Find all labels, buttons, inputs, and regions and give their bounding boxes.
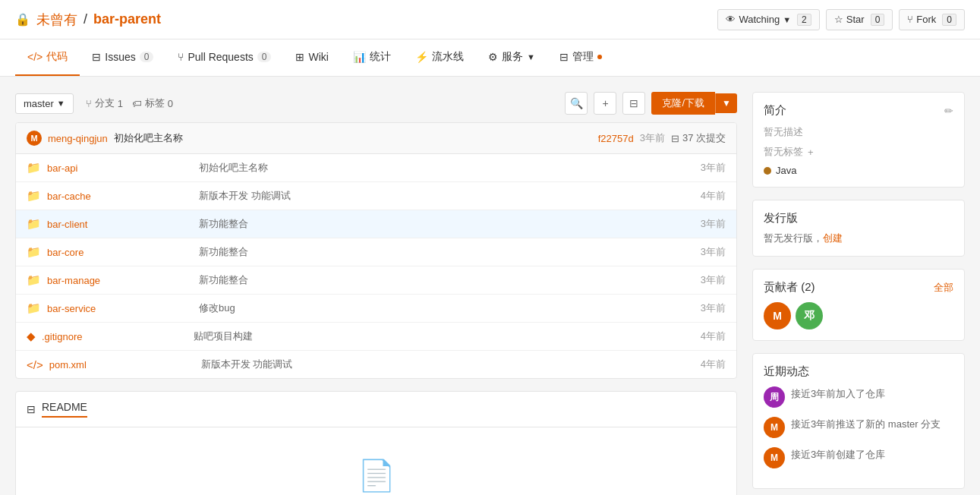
tab-manage-label: 管理	[572, 50, 594, 64]
contributor-avatar-0[interactable]: M	[764, 302, 791, 329]
repo-sep: /	[84, 11, 87, 27]
no-tag: 暂无标签 +	[764, 145, 953, 159]
release-title: 发行版	[764, 211, 953, 225]
file-name[interactable]: pom.xml	[49, 359, 201, 370]
folder-icon: 📁	[27, 189, 41, 203]
star-label: Star	[846, 14, 865, 25]
display-button[interactable]: ⊟	[622, 92, 645, 115]
readme-body: 📄	[16, 427, 736, 495]
tab-stats[interactable]: 📊 统计	[341, 39, 403, 76]
file-message: 初始化吧主名称	[199, 161, 701, 175]
tab-code[interactable]: </> 代码	[15, 39, 80, 76]
tab-manage[interactable]: ⊟ 管理	[547, 39, 614, 76]
branches-label: 分支	[95, 96, 115, 110]
left-panel: master ▼ ⑂ 分支 1 🏷 标签 0	[15, 92, 737, 495]
no-tag-label: 暂无标签	[764, 145, 803, 159]
main-content: master ▼ ⑂ 分支 1 🏷 标签 0	[0, 77, 980, 495]
branch-bar-left: master ▼ ⑂ 分支 1 🏷 标签 0	[15, 93, 173, 114]
xml-icon: </>	[27, 358, 43, 371]
activity-avatar-2: M	[764, 447, 785, 468]
commit-author-name[interactable]: meng-qingjun	[48, 133, 108, 144]
file-name[interactable]: bar-service	[47, 303, 199, 314]
file-message: 新功能整合	[199, 217, 701, 231]
service-dropdown-icon: ▼	[527, 52, 535, 61]
intro-section: 简介 ✏ 暂无描述 暂无标签 + Java	[752, 92, 965, 188]
repo-owner[interactable]: 未曾有	[36, 11, 77, 29]
folder-icon: 📁	[27, 217, 41, 231]
tab-service-label: 服务	[502, 50, 523, 64]
file-name[interactable]: bar-client	[47, 219, 199, 230]
release-link[interactable]: 创建	[823, 232, 843, 244]
issues-icon: ⊟	[92, 51, 101, 63]
file-time: 4年前	[701, 189, 726, 203]
file-name[interactable]: .gitignore	[42, 331, 194, 342]
contrib-title: 贡献者 (2)	[764, 280, 815, 295]
repo-title: 🔒 未曾有 / bar-parent	[15, 11, 161, 29]
tags-item[interactable]: 🏷 标签 0	[132, 96, 173, 110]
contrib-all-link[interactable]: 全部	[934, 281, 953, 295]
contrib-header: 贡献者 (2) 全部	[764, 280, 953, 295]
commit-message: 初始化吧主名称	[114, 131, 592, 145]
fork-count: 0	[942, 14, 956, 26]
code-icon: </>	[27, 51, 43, 63]
file-time: 3年前	[701, 301, 726, 315]
edit-icon[interactable]: ✏	[944, 105, 953, 117]
file-name[interactable]: bar-core	[47, 247, 199, 258]
activity-item-2: M 接近3年前创建了仓库	[764, 447, 953, 468]
tab-service[interactable]: ⚙ 服务 ▼	[476, 39, 547, 76]
manage-dot	[597, 55, 602, 59]
activity-avatar-1: M	[764, 417, 785, 438]
tab-wiki-label: Wiki	[308, 51, 328, 63]
release-desc: 暂无发行版，创建	[764, 232, 953, 245]
file-message: 新功能整合	[199, 245, 701, 259]
file-time: 3年前	[701, 273, 726, 287]
clone-arrow-button[interactable]: ▼	[715, 93, 737, 113]
file-name[interactable]: bar-api	[47, 162, 199, 174]
activity-text-2: 接近3年前创建了仓库	[791, 447, 885, 462]
activity-avatar-0: 周	[764, 386, 785, 408]
tab-issues[interactable]: ⊟ Issues 0	[80, 40, 165, 75]
table-row: 📁 bar-manage 新功能整合 3年前	[16, 266, 736, 295]
tab-pulls[interactable]: ⑂ Pull Requests 0	[165, 40, 283, 75]
tab-pipeline[interactable]: ⚡ 流水线	[403, 39, 476, 76]
watch-count: 2	[797, 14, 811, 26]
clone-main-button[interactable]: 克隆/下载	[651, 92, 715, 115]
commit-hash[interactable]: f22757d	[598, 133, 634, 144]
intro-title: 简介 ✏	[764, 103, 953, 118]
search-button[interactable]: 🔍	[565, 92, 588, 115]
star-button[interactable]: ☆ Star 0	[826, 9, 893, 30]
activity-section: 近期动态 周 接近3年前加入了仓库 M 接近3年前推送了新的 master 分支…	[752, 353, 965, 489]
branches-item[interactable]: ⑂ 分支 1	[86, 96, 123, 110]
tab-wiki[interactable]: ⊞ Wiki	[283, 40, 340, 75]
lang-dot	[764, 167, 771, 175]
gitignore-icon: ◆	[27, 329, 36, 343]
fork-button[interactable]: ⑂ Fork 0	[899, 9, 965, 30]
file-message: 新版本开发 功能调试	[201, 358, 701, 371]
activity-item-0: 周 接近3年前加入了仓库	[764, 386, 953, 408]
file-name[interactable]: bar-cache	[47, 191, 199, 202]
repo-name[interactable]: bar-parent	[93, 11, 161, 27]
table-row: 📁 bar-client 新功能整合 3年前	[16, 210, 736, 238]
add-tag-icon[interactable]: +	[808, 147, 814, 158]
table-row: 📁 bar-cache 新版本开发 功能调试 4年前	[16, 182, 736, 210]
table-row: </> pom.xml 新版本开发 功能调试 4年前	[16, 351, 736, 378]
eye-icon: 👁	[726, 14, 736, 25]
commit-author-avatar: M	[27, 131, 42, 146]
lang-label[interactable]: Java	[776, 165, 796, 176]
branch-select[interactable]: master ▼	[15, 93, 74, 114]
tags-label: 标签	[145, 96, 165, 110]
activity-title: 近期动态	[764, 364, 953, 379]
tab-pulls-label: Pull Requests	[187, 51, 253, 63]
branch-tree-icon: ⑂	[86, 98, 92, 109]
commit-bar: M meng-qingjun 初始化吧主名称 f22757d 3年前 ⊟ 37 …	[16, 123, 736, 154]
contrib-title-label: 贡献者	[764, 280, 798, 293]
add-file-button[interactable]: +	[594, 92, 616, 115]
file-name[interactable]: bar-manage	[47, 275, 199, 286]
readme-icon: ⊟	[27, 403, 36, 415]
watch-button[interactable]: 👁 Watching ▼ 2	[717, 9, 819, 30]
star-icon: ☆	[834, 14, 843, 25]
tag-icon: 🏷	[132, 98, 142, 109]
contributor-avatar-1[interactable]: 邓	[796, 302, 823, 329]
activity-item-1: M 接近3年前推送了新的 master 分支	[764, 417, 953, 438]
branches-count: 1	[118, 98, 123, 109]
